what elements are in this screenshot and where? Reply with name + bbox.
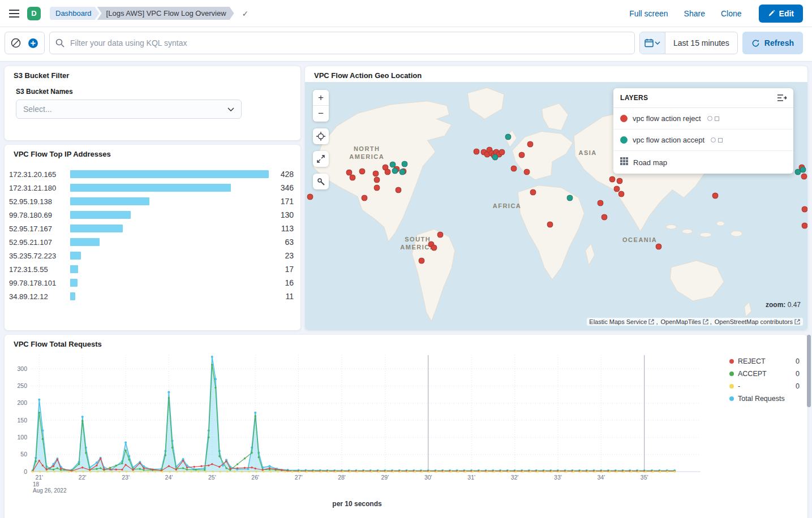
geo-dot-reject[interactable] bbox=[349, 174, 355, 180]
geo-dot-reject[interactable] bbox=[519, 152, 525, 158]
svg-text:200: 200 bbox=[17, 399, 27, 406]
geo-dot-reject[interactable] bbox=[801, 173, 807, 179]
attribution-link[interactable]: OpenStreetMap contributors bbox=[715, 318, 793, 325]
layer-label: vpc flow action accept bbox=[633, 136, 704, 144]
geo-dot-reject[interactable] bbox=[373, 170, 379, 176]
ip-bar[interactable] bbox=[70, 252, 81, 260]
ip-bar[interactable] bbox=[70, 265, 78, 273]
collapse-layers-icon[interactable] bbox=[777, 94, 787, 101]
space-avatar[interactable]: D bbox=[27, 7, 41, 20]
geo-dot-reject[interactable] bbox=[524, 169, 530, 175]
svg-text:34': 34' bbox=[597, 474, 605, 481]
geo-dot-reject[interactable] bbox=[609, 176, 616, 182]
layer-status-icons bbox=[711, 137, 723, 143]
set-view-button[interactable] bbox=[313, 128, 329, 144]
geo-dot-reject[interactable] bbox=[530, 189, 536, 195]
geo-dot-accept[interactable] bbox=[401, 161, 407, 167]
geo-dot-reject[interactable] bbox=[374, 176, 380, 183]
legend-item[interactable]: REJECT0 bbox=[729, 355, 800, 368]
search-box bbox=[49, 32, 635, 54]
edit-button[interactable]: Edit bbox=[759, 5, 803, 23]
geo-dot-accept[interactable] bbox=[399, 169, 405, 175]
kql-search-input[interactable] bbox=[69, 38, 629, 48]
layer-row[interactable]: vpc flow action reject bbox=[613, 108, 793, 130]
geo-dot-accept[interactable] bbox=[567, 195, 573, 201]
layer-swatch bbox=[620, 115, 628, 122]
panel-title: VPC Flow Top IP Addresses bbox=[5, 145, 300, 161]
geo-dot-reject[interactable] bbox=[801, 223, 807, 229]
x-axis-title: per 10 seconds bbox=[9, 500, 705, 508]
ip-bar[interactable] bbox=[70, 197, 149, 205]
geo-dot-reject[interactable] bbox=[614, 185, 620, 192]
ip-bar[interactable] bbox=[70, 211, 131, 219]
legend-item[interactable]: -0 bbox=[729, 380, 800, 392]
time-range-label[interactable]: Last 15 minutes bbox=[665, 32, 737, 54]
geo-dot-accept[interactable] bbox=[392, 167, 398, 174]
layer-row[interactable]: Road map bbox=[613, 151, 793, 174]
geo-dot-reject[interactable] bbox=[511, 165, 517, 171]
ip-bar-track bbox=[70, 252, 269, 260]
fit-to-data-button[interactable] bbox=[313, 151, 329, 167]
geo-dot-reject[interactable] bbox=[499, 149, 505, 156]
geo-dot-reject[interactable] bbox=[712, 192, 719, 198]
geo-dot-accept[interactable] bbox=[492, 154, 498, 161]
ip-bar[interactable] bbox=[70, 170, 269, 178]
geo-map-canvas[interactable]: NORTH AMERICASOUTH AMERICAAFRICAASIAOCEA… bbox=[305, 82, 807, 330]
geo-dot-reject[interactable] bbox=[431, 244, 437, 251]
geo-dot-reject[interactable] bbox=[527, 141, 534, 148]
add-control-button[interactable] bbox=[25, 36, 41, 51]
date-picker-button[interactable] bbox=[640, 32, 665, 54]
pencil-icon bbox=[768, 10, 775, 17]
scrollbar-thumb[interactable] bbox=[807, 335, 811, 407]
breadcrumb-dashboard[interactable]: Dashboard bbox=[50, 7, 100, 20]
refresh-button[interactable]: Refresh bbox=[742, 32, 803, 54]
map-tools-button[interactable] bbox=[313, 174, 329, 189]
layer-row[interactable]: vpc flow action accept bbox=[613, 130, 793, 151]
geo-dot-reject[interactable] bbox=[601, 214, 607, 221]
ip-address-label: 172.31.20.165 bbox=[9, 170, 70, 179]
geo-dot-reject[interactable] bbox=[362, 195, 368, 201]
ip-bar[interactable] bbox=[70, 292, 75, 300]
geo-dot-reject[interactable] bbox=[618, 191, 625, 197]
svg-text:250: 250 bbox=[17, 382, 27, 389]
geo-dot-reject[interactable] bbox=[597, 200, 603, 206]
geo-dot-reject[interactable] bbox=[307, 193, 313, 200]
ip-bar[interactable] bbox=[70, 279, 78, 287]
geo-dot-reject[interactable] bbox=[395, 187, 401, 193]
zoom-out-button[interactable]: − bbox=[313, 106, 329, 122]
geo-dot-reject[interactable] bbox=[656, 244, 662, 250]
attribution-link[interactable]: OpenMapTiles bbox=[661, 318, 701, 325]
geo-dot-reject[interactable] bbox=[384, 169, 390, 175]
geo-dot-reject[interactable] bbox=[437, 232, 443, 238]
full-screen-button[interactable]: Full screen bbox=[629, 9, 668, 18]
layer-time-icon bbox=[711, 137, 716, 143]
zoom-in-button[interactable]: + bbox=[313, 90, 329, 106]
breadcrumb-current[interactable]: [Logs AWS] VPC Flow Log Overview bbox=[97, 7, 234, 20]
filter-options-button[interactable] bbox=[8, 36, 23, 50]
clone-button[interactable]: Clone bbox=[721, 9, 742, 18]
geo-dot-reject[interactable] bbox=[547, 222, 553, 228]
geo-dot-reject[interactable] bbox=[419, 257, 425, 264]
total-requests-chart[interactable]: 05010015020025030021'22'23'24'25'26'27'2… bbox=[9, 351, 705, 497]
attribution-link[interactable]: Elastic Maps Service bbox=[589, 318, 647, 325]
legend-item[interactable]: ACCEPT0 bbox=[729, 368, 800, 380]
ip-address-label: 52.95.17.167 bbox=[9, 225, 70, 233]
geo-dot-reject[interactable] bbox=[359, 168, 366, 174]
geo-dot-reject[interactable] bbox=[374, 184, 380, 191]
legend-item[interactable]: Total Requests bbox=[729, 392, 800, 405]
geo-dot-reject[interactable] bbox=[474, 149, 480, 155]
s3-bucket-select[interactable]: Select... bbox=[16, 100, 242, 119]
geo-dot-reject[interactable] bbox=[801, 206, 807, 213]
ip-bar[interactable] bbox=[70, 225, 123, 232]
svg-text:30': 30' bbox=[424, 474, 432, 481]
geo-dot-accept[interactable] bbox=[794, 169, 801, 175]
crosshair-icon bbox=[316, 132, 325, 141]
geo-dot-reject[interactable] bbox=[617, 178, 623, 184]
geo-dot-accept[interactable] bbox=[505, 134, 512, 140]
geo-dot-accept[interactable] bbox=[389, 162, 396, 168]
svg-text:18: 18 bbox=[33, 481, 40, 487]
share-button[interactable]: Share bbox=[684, 9, 705, 18]
ip-bar[interactable] bbox=[70, 238, 100, 246]
ip-bar[interactable] bbox=[70, 184, 231, 192]
menu-button[interactable] bbox=[7, 7, 22, 20]
